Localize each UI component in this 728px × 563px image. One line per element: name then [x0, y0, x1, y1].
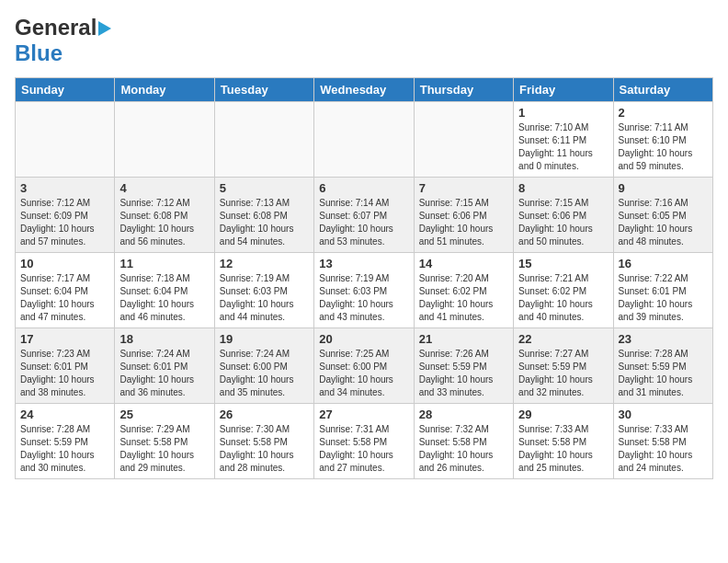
- calendar-cell: 22Sunrise: 7:27 AM Sunset: 5:59 PM Dayli…: [514, 328, 613, 404]
- day-number: 12: [220, 257, 309, 270]
- weekday-header: Thursday: [414, 78, 513, 102]
- calendar-cell: 29Sunrise: 7:33 AM Sunset: 5:58 PM Dayli…: [514, 404, 613, 479]
- calendar-cell: 30Sunrise: 7:33 AM Sunset: 5:58 PM Dayli…: [613, 404, 712, 479]
- day-number: 27: [319, 408, 408, 421]
- logo-arrow-icon: [98, 21, 111, 36]
- day-info: Sunrise: 7:31 AM Sunset: 5:58 PM Dayligh…: [319, 423, 408, 475]
- day-number: 30: [619, 408, 708, 421]
- weekday-header: Wednesday: [314, 78, 414, 102]
- day-info: Sunrise: 7:19 AM Sunset: 6:03 PM Dayligh…: [220, 272, 309, 324]
- day-info: Sunrise: 7:33 AM Sunset: 5:58 PM Dayligh…: [518, 423, 608, 475]
- calendar-cell: 13Sunrise: 7:19 AM Sunset: 6:03 PM Dayli…: [314, 253, 414, 328]
- day-number: 18: [119, 332, 209, 346]
- calendar-cell: [16, 102, 115, 178]
- day-number: 5: [220, 181, 309, 195]
- calendar-table: SundayMondayTuesdayWednesdayThursdayFrid…: [15, 77, 713, 479]
- calendar-cell: 7Sunrise: 7:15 AM Sunset: 6:06 PM Daylig…: [414, 178, 513, 253]
- day-number: 3: [20, 181, 109, 195]
- day-info: Sunrise: 7:29 AM Sunset: 5:58 PM Dayligh…: [119, 423, 209, 475]
- calendar-cell: 20Sunrise: 7:25 AM Sunset: 6:00 PM Dayli…: [314, 328, 414, 404]
- calendar-cell: 2Sunrise: 7:11 AM Sunset: 6:10 PM Daylig…: [613, 102, 712, 178]
- day-info: Sunrise: 7:23 AM Sunset: 6:01 PM Dayligh…: [20, 348, 109, 399]
- calendar-week-row: 10Sunrise: 7:17 AM Sunset: 6:04 PM Dayli…: [16, 253, 713, 328]
- calendar-cell: 15Sunrise: 7:21 AM Sunset: 6:02 PM Dayli…: [514, 253, 613, 328]
- calendar-cell: 24Sunrise: 7:28 AM Sunset: 5:59 PM Dayli…: [16, 404, 115, 479]
- calendar-cell: 23Sunrise: 7:28 AM Sunset: 5:59 PM Dayli…: [613, 328, 712, 404]
- calendar-cell: 1Sunrise: 7:10 AM Sunset: 6:11 PM Daylig…: [514, 102, 613, 178]
- day-number: 6: [319, 181, 408, 195]
- logo-blue: Blue: [15, 40, 63, 65]
- calendar-cell: 5Sunrise: 7:13 AM Sunset: 6:08 PM Daylig…: [214, 178, 313, 253]
- day-number: 1: [518, 106, 608, 120]
- day-info: Sunrise: 7:13 AM Sunset: 6:08 PM Dayligh…: [220, 197, 309, 248]
- weekday-header: Tuesday: [214, 78, 313, 102]
- weekday-header: Monday: [115, 78, 214, 102]
- day-number: 11: [119, 257, 209, 270]
- day-info: Sunrise: 7:15 AM Sunset: 6:06 PM Dayligh…: [518, 197, 608, 248]
- day-number: 9: [619, 181, 708, 195]
- weekday-header: Saturday: [613, 78, 712, 102]
- day-info: Sunrise: 7:17 AM Sunset: 6:04 PM Dayligh…: [20, 272, 109, 324]
- calendar-cell: 3Sunrise: 7:12 AM Sunset: 6:09 PM Daylig…: [16, 178, 115, 253]
- day-info: Sunrise: 7:27 AM Sunset: 5:59 PM Dayligh…: [518, 348, 608, 399]
- day-info: Sunrise: 7:14 AM Sunset: 6:07 PM Dayligh…: [319, 197, 408, 248]
- day-number: 17: [20, 332, 109, 346]
- calendar-cell: 16Sunrise: 7:22 AM Sunset: 6:01 PM Dayli…: [613, 253, 712, 328]
- day-info: Sunrise: 7:30 AM Sunset: 5:58 PM Dayligh…: [220, 423, 309, 475]
- logo-general: General: [15, 15, 97, 40]
- day-number: 13: [319, 257, 408, 270]
- calendar-cell: 17Sunrise: 7:23 AM Sunset: 6:01 PM Dayli…: [16, 328, 115, 404]
- day-number: 28: [419, 408, 508, 421]
- calendar-cell: [314, 102, 414, 178]
- calendar-cell: 12Sunrise: 7:19 AM Sunset: 6:03 PM Dayli…: [214, 253, 313, 328]
- calendar-cell: [414, 102, 513, 178]
- day-number: 15: [518, 257, 608, 270]
- day-info: Sunrise: 7:28 AM Sunset: 5:59 PM Dayligh…: [619, 348, 708, 399]
- day-info: Sunrise: 7:25 AM Sunset: 6:00 PM Dayligh…: [319, 348, 408, 399]
- day-number: 8: [518, 181, 608, 195]
- calendar-cell: 6Sunrise: 7:14 AM Sunset: 6:07 PM Daylig…: [314, 178, 414, 253]
- day-info: Sunrise: 7:12 AM Sunset: 6:09 PM Dayligh…: [20, 197, 109, 248]
- calendar-week-row: 3Sunrise: 7:12 AM Sunset: 6:09 PM Daylig…: [16, 178, 713, 253]
- day-number: 7: [419, 181, 508, 195]
- calendar-cell: 18Sunrise: 7:24 AM Sunset: 6:01 PM Dayli…: [115, 328, 214, 404]
- logo: General Blue: [15, 15, 111, 66]
- calendar-cell: 10Sunrise: 7:17 AM Sunset: 6:04 PM Dayli…: [16, 253, 115, 328]
- day-info: Sunrise: 7:26 AM Sunset: 5:59 PM Dayligh…: [419, 348, 508, 399]
- calendar-cell: 28Sunrise: 7:32 AM Sunset: 5:58 PM Dayli…: [414, 404, 513, 479]
- day-info: Sunrise: 7:18 AM Sunset: 6:04 PM Dayligh…: [119, 272, 209, 324]
- day-info: Sunrise: 7:32 AM Sunset: 5:58 PM Dayligh…: [419, 423, 508, 475]
- day-info: Sunrise: 7:24 AM Sunset: 6:01 PM Dayligh…: [119, 348, 209, 399]
- day-number: 29: [518, 408, 608, 421]
- day-number: 20: [319, 332, 408, 346]
- calendar-cell: 26Sunrise: 7:30 AM Sunset: 5:58 PM Dayli…: [214, 404, 313, 479]
- calendar-cell: 19Sunrise: 7:24 AM Sunset: 6:00 PM Dayli…: [214, 328, 313, 404]
- calendar-cell: 9Sunrise: 7:16 AM Sunset: 6:05 PM Daylig…: [613, 178, 712, 253]
- day-info: Sunrise: 7:22 AM Sunset: 6:01 PM Dayligh…: [619, 272, 708, 324]
- day-info: Sunrise: 7:19 AM Sunset: 6:03 PM Dayligh…: [319, 272, 408, 324]
- calendar-week-row: 17Sunrise: 7:23 AM Sunset: 6:01 PM Dayli…: [16, 328, 713, 404]
- day-info: Sunrise: 7:24 AM Sunset: 6:00 PM Dayligh…: [220, 348, 309, 399]
- weekday-header: Friday: [514, 78, 613, 102]
- day-number: 14: [419, 257, 508, 270]
- day-info: Sunrise: 7:28 AM Sunset: 5:59 PM Dayligh…: [20, 423, 109, 475]
- day-number: 10: [20, 257, 109, 270]
- day-info: Sunrise: 7:20 AM Sunset: 6:02 PM Dayligh…: [419, 272, 508, 324]
- calendar-cell: 14Sunrise: 7:20 AM Sunset: 6:02 PM Dayli…: [414, 253, 513, 328]
- page-header: General Blue: [15, 15, 713, 66]
- day-number: 24: [20, 408, 109, 421]
- calendar-cell: 8Sunrise: 7:15 AM Sunset: 6:06 PM Daylig…: [514, 178, 613, 253]
- day-number: 4: [119, 181, 209, 195]
- day-info: Sunrise: 7:11 AM Sunset: 6:10 PM Dayligh…: [619, 121, 708, 173]
- day-number: 21: [419, 332, 508, 346]
- calendar-cell: 25Sunrise: 7:29 AM Sunset: 5:58 PM Dayli…: [115, 404, 214, 479]
- calendar-week-row: 24Sunrise: 7:28 AM Sunset: 5:59 PM Dayli…: [16, 404, 713, 479]
- calendar-cell: 11Sunrise: 7:18 AM Sunset: 6:04 PM Dayli…: [115, 253, 214, 328]
- weekday-header: Sunday: [16, 78, 115, 102]
- day-info: Sunrise: 7:33 AM Sunset: 5:58 PM Dayligh…: [619, 423, 708, 475]
- day-info: Sunrise: 7:10 AM Sunset: 6:11 PM Dayligh…: [518, 121, 608, 173]
- day-number: 26: [220, 408, 309, 421]
- calendar-cell: 4Sunrise: 7:12 AM Sunset: 6:08 PM Daylig…: [115, 178, 214, 253]
- calendar-cell: [214, 102, 313, 178]
- day-info: Sunrise: 7:15 AM Sunset: 6:06 PM Dayligh…: [419, 197, 508, 248]
